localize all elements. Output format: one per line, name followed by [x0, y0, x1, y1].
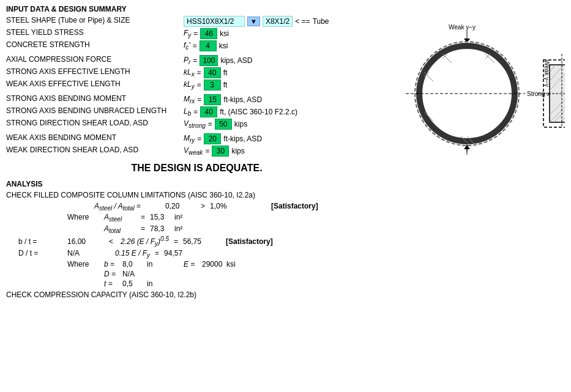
weak-len-eq: = — [197, 81, 201, 89]
dt-formula-eq: = — [155, 249, 159, 257]
strong-shear-eq: = — [208, 120, 212, 128]
unbraced-value-area: Lb = 40 ft, (AISC 360-10 F2.2.c) — [184, 106, 297, 117]
D-value: N/A — [122, 270, 135, 278]
concrete-label: CONCRETE STRENGTH — [6, 40, 184, 51]
axial-eq: = — [193, 56, 197, 65]
concrete-value[interactable]: 4 — [200, 40, 217, 51]
bt-value: 16,00 — [67, 237, 104, 246]
weak-shear-symbol: Vweak — [184, 146, 203, 156]
analysis-section: ANALYSIS CHECK FILLED COMPOSITE COLUMN L… — [6, 180, 387, 299]
unbraced-unit: ft, (AISC 360-10 F2.2.c) — [220, 108, 297, 116]
concrete-symbol: fc' — [184, 41, 190, 51]
strong-shear-label: STRONG DIRECTION SHEAR LOAD, ASD — [6, 119, 184, 130]
ratio-pct: 1,0% — [210, 202, 234, 210]
strong-moment-label: STRONG AXIS BENDING MOMENT — [6, 94, 184, 105]
ratio-value: 0,20 — [165, 202, 196, 210]
weak-shear-value[interactable]: 30 — [212, 146, 229, 157]
cross-section-diagram: Weak y−y Strong x−x — [394, 23, 565, 164]
weak-moment-value-area: Mry = 20 ft-kips, ASD — [184, 133, 262, 144]
b-value: 8,0 — [122, 260, 147, 268]
weak-len-row: WEAK AXIS EFFECTIVE LENGTH kLy = 3 ft — [6, 80, 387, 91]
a-steel-eq: = — [141, 213, 145, 221]
strong-len-value[interactable]: 40 — [204, 67, 221, 78]
weak-y-right-label: Weak y−y — [543, 60, 550, 87]
t-sym: t = — [104, 279, 122, 288]
E-sym: E = — [184, 260, 202, 268]
axial-value[interactable]: 100 — [200, 55, 218, 66]
diagram-area: Weak y−y Strong x−x — [387, 5, 565, 299]
bt-row: b / t = 16,00 < 2.26 (E / Fy)0.5 = 56,75… — [6, 235, 387, 247]
weak-len-value[interactable]: 3 — [204, 80, 221, 91]
strong-shear-row: STRONG DIRECTION SHEAR LOAD, ASD Vstrong… — [6, 119, 387, 130]
strong-moment-unit: ft-kips, ASD — [223, 95, 262, 104]
shape-alt-box: X8X1/2 — [263, 16, 293, 27]
unbraced-value[interactable]: 40 — [200, 106, 217, 117]
yield-symbol: Fy — [184, 29, 191, 39]
weak-len-symbol: kLy — [184, 80, 195, 90]
concrete-row: CONCRETE STRENGTH fc' = 4 ksi — [6, 40, 387, 51]
D-row: D = N/A — [6, 270, 387, 278]
yield-unit: ksi — [220, 29, 229, 38]
strong-moment-row: STRONG AXIS BENDING MOMENT Mrx = 15 ft-k… — [6, 94, 387, 105]
strong-shear-value[interactable]: 50 — [215, 119, 232, 130]
svg-line-10 — [442, 54, 452, 63]
weak-moment-row: WEAK AXIS BENDING MOMENT Mry = 20 ft-kip… — [6, 133, 387, 144]
strong-moment-eq: = — [197, 95, 201, 104]
concrete-value-area: fc' = 4 ksi — [184, 40, 228, 51]
strong-moment-value[interactable]: 15 — [204, 94, 221, 105]
dt-formula: 0.15 E / Fy — [115, 249, 150, 259]
ratio-result: [Satisfactory] — [271, 202, 318, 210]
strong-moment-value-area: Mrx = 15 ft-kips, ASD — [184, 94, 262, 105]
adequate-banner: THE DESIGN IS ADEQUATE. — [6, 163, 387, 174]
weak-moment-label: WEAK AXIS BENDING MOMENT — [6, 133, 184, 144]
a-steel-unit: in² — [174, 213, 182, 221]
yield-eq: = — [193, 29, 198, 38]
page-title: INPUT DATA & DESIGN SUMMARY — [6, 5, 387, 13]
where-label: Where — [67, 213, 104, 221]
concrete-unit: ksi — [219, 42, 228, 50]
strong-shear-unit: kips — [234, 120, 247, 128]
unbraced-symbol: Lb — [184, 107, 191, 117]
t-value: 0,5 — [122, 279, 147, 288]
bt-result: [Satisfactory] — [226, 237, 273, 246]
weak-moment-value[interactable]: 20 — [204, 133, 221, 144]
shape-arrow-btn[interactable]: ▼ — [247, 17, 260, 26]
concrete-eq: = — [193, 42, 197, 50]
shape-label: STEEL SHAPE (Tube or Pipe) & SIZE — [6, 16, 184, 27]
weak-shear-value-area: Vweak = 30 kips — [184, 146, 245, 157]
strong-len-label: STRONG AXIS EFFECTIVE LENGTH — [6, 67, 184, 78]
b-sym: b = — [104, 260, 122, 268]
axial-unit: kips, ASD — [220, 56, 252, 65]
axial-label: AXIAL COMPRESSION FORCE — [6, 55, 184, 66]
ratio-row: Asteel / Atotal = 0,20 > 1,0% [Satisfact… — [6, 202, 387, 212]
strong-len-unit: ft — [223, 68, 228, 77]
weak-len-unit: ft — [223, 81, 228, 89]
a-steel-sym: Asteel — [104, 213, 141, 223]
bt-formula: 2.26 (E / Fy)0.5 — [121, 235, 169, 247]
shape-dropdown[interactable]: HSS10X8X1/2 — [184, 16, 245, 27]
axial-row: AXIAL COMPRESSION FORCE Pr = 100 kips, A… — [6, 55, 387, 66]
weak-len-label: WEAK AXIS EFFECTIVE LENGTH — [6, 80, 184, 91]
strong-moment-symbol: Mrx — [184, 95, 195, 105]
weak-shear-label: WEAK DIRECTION SHEAR LOAD, ASD — [6, 146, 184, 157]
a-steel-value: 15,3 — [150, 213, 174, 221]
unbraced-eq: = — [193, 108, 198, 116]
strong-len-value-area: kLx = 40 ft — [184, 67, 227, 78]
unbraced-row: STRONG AXIS BENDING UNBRACED LENGTH Lb =… — [6, 106, 387, 117]
b-where-row: Where b = 8,0 in E = 29000 ksi — [6, 260, 387, 268]
weak-moment-eq: = — [197, 135, 201, 143]
axial-value-area: Pr = 100 kips, ASD — [184, 55, 252, 66]
D-sym: D = — [104, 270, 122, 278]
a-total-unit: in² — [174, 224, 182, 233]
shape-type: Tube — [313, 17, 329, 26]
yield-value[interactable]: 46 — [200, 28, 217, 39]
dt-formula-value: 94,57 — [164, 249, 195, 257]
shape-row: STEEL SHAPE (Tube or Pipe) & SIZE HSS10X… — [6, 16, 387, 27]
t-row: t = 0,5 in — [6, 279, 387, 288]
weak-len-value-area: kLy = 3 ft — [184, 80, 227, 91]
bt-formula-eq: = — [174, 237, 178, 246]
shape-value-area: HSS10X8X1/2 ▼ X8X1/2 < == Tube — [184, 16, 329, 27]
strong-len-symbol: kLx — [184, 68, 195, 78]
check1-title: CHECK FILLED COMPOSITE COLUMN LIMITATION… — [6, 191, 387, 199]
b-unit: in — [147, 260, 159, 268]
